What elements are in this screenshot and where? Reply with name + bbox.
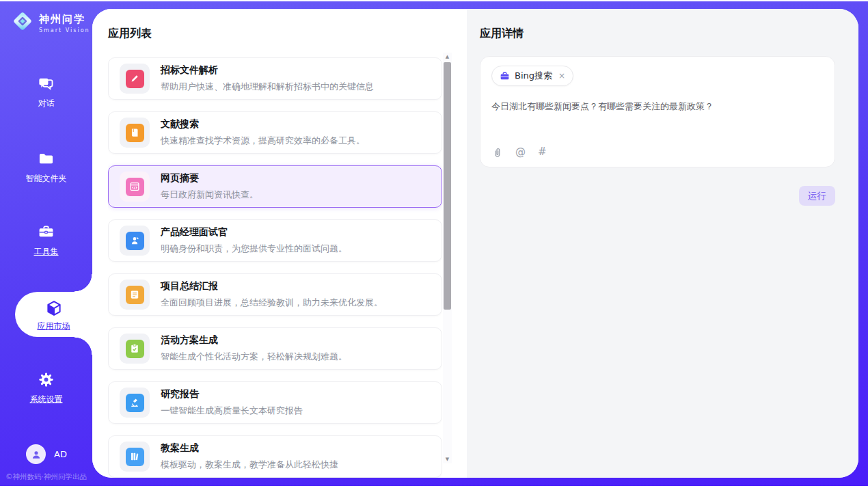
tool-tag-bing-search[interactable]: Bing搜索 × xyxy=(491,66,573,86)
pencil-square-icon xyxy=(126,70,144,88)
app-detail-panel: 应用详情 Bing搜索 × 今日湖北有哪些新闻要点？有哪些需要关注的最新政策？ xyxy=(467,9,858,478)
app-card[interactable]: 网页摘要 每日政府新闻资讯快查。 xyxy=(108,165,442,208)
app-detail-title: 应用详情 xyxy=(480,27,835,40)
attachment-toolbar: @ # xyxy=(491,146,547,158)
app-card[interactable]: 活动方案生成 智能生成个性化活动方案，轻松解决规划难题。 xyxy=(108,327,442,370)
app-list-panel: 应用列表 招标文件解析 帮助用户快速、准确地理解和解析招标书中的关键信息 文献搜… xyxy=(92,9,467,478)
report-note-icon xyxy=(126,286,144,304)
app-description: 每日政府新闻资讯快查。 xyxy=(161,189,258,201)
sidebar-item-label: 应用市场 xyxy=(15,321,92,332)
sidebar: 神州问学 Smart Vision 对话 智能文件夹 xyxy=(0,1,92,486)
app-icon xyxy=(120,64,150,94)
copyright-text: ©神州数码·神州问学出品 xyxy=(0,472,92,482)
app-description: 智能生成个性化活动方案，轻松解决规划难题。 xyxy=(161,351,347,363)
scroll-up-icon[interactable]: ▲ xyxy=(443,53,452,61)
at-icon[interactable]: @ xyxy=(515,147,526,157)
sidebar-item-smart-folder[interactable]: 智能文件夹 xyxy=(0,149,92,185)
sidebar-item-app-market[interactable]: 应用市场 xyxy=(15,292,92,337)
user-name: AD xyxy=(54,449,67,459)
app-card[interactable]: 产品经理面试官 明确身份和职责，为您提供专业性的面试问题。 xyxy=(108,219,442,262)
run-button[interactable]: 运行 xyxy=(799,186,835,206)
app-card[interactable]: 教案生成 模板驱动，教案生成，教学准备从此轻松快捷 xyxy=(108,435,442,478)
brand-name: 神州问学 xyxy=(39,13,85,25)
briefcase-icon xyxy=(500,71,510,81)
app-description: 明确身份和职责，为您提供专业性的面试问题。 xyxy=(161,243,347,255)
app-name: 教案生成 xyxy=(161,442,338,455)
browser-code-icon xyxy=(126,178,144,196)
app-icon xyxy=(120,118,150,148)
app-icon xyxy=(120,280,150,310)
sidebar-item-label: 智能文件夹 xyxy=(0,173,92,185)
app-card[interactable]: 研究报告 一键智能生成高质量长文本研究报告 xyxy=(108,381,442,424)
app-name: 文献搜索 xyxy=(161,118,365,131)
toolbox-icon xyxy=(0,222,92,241)
tool-tag-label: Bing搜索 xyxy=(515,70,552,82)
app-description: 一键智能生成高质量长文本研究报告 xyxy=(161,405,303,417)
sidebar-item-label: 工具集 xyxy=(0,246,92,258)
app-card[interactable]: 项目总结汇报 全面回顾项目进展，总结经验教训，助力未来优化发展。 xyxy=(108,273,442,316)
app-name: 研究报告 xyxy=(161,388,303,401)
query-text[interactable]: 今日湖北有哪些新闻要点？有哪些需要关注的最新政策？ xyxy=(491,100,824,113)
app-icon xyxy=(120,334,150,364)
app-name: 网页摘要 xyxy=(161,172,258,185)
app-card[interactable]: 文献搜索 快速精准查找学术资源，提高研究效率的必备工具。 xyxy=(108,111,442,154)
user-account[interactable]: AD xyxy=(26,444,67,464)
brand-logo: 神州问学 Smart Vision xyxy=(11,10,90,36)
app-name: 招标文件解析 xyxy=(161,64,374,77)
app-icon xyxy=(120,226,150,256)
clipboard-check-icon xyxy=(126,340,144,358)
folder-icon xyxy=(0,149,92,168)
paperclip-icon[interactable] xyxy=(491,146,503,158)
user-avatar-icon xyxy=(26,444,46,464)
app-icon xyxy=(120,388,150,418)
tool-tag-close-icon[interactable]: × xyxy=(558,71,565,81)
hash-icon[interactable]: # xyxy=(538,147,547,157)
app-icon xyxy=(120,442,150,472)
app-name: 产品经理面试官 xyxy=(161,226,347,239)
interviewer-icon xyxy=(126,232,144,250)
sidebar-item-label: 对话 xyxy=(0,98,92,109)
app-card[interactable]: 招标文件解析 帮助用户快速、准确地理解和解析招标书中的关键信息 xyxy=(108,57,442,100)
sidebar-item-label: 系统设置 xyxy=(0,394,92,405)
diamond-logo-icon xyxy=(11,10,34,36)
app-name: 项目总结汇报 xyxy=(161,280,383,293)
prompt-card[interactable]: Bing搜索 × 今日湖北有哪些新闻要点？有哪些需要关注的最新政策？ @ # xyxy=(480,56,835,167)
app-description: 模板驱动，教案生成，教学准备从此轻松快捷 xyxy=(161,459,338,471)
scrollbar-thumb[interactable] xyxy=(444,62,451,310)
brand-subtitle: Smart Vision xyxy=(39,27,90,33)
sidebar-item-chat[interactable]: 对话 xyxy=(0,74,92,109)
app-list: 招标文件解析 帮助用户快速、准确地理解和解析招标书中的关键信息 文献搜索 快速精… xyxy=(108,57,442,478)
sidebar-item-settings[interactable]: 系统设置 xyxy=(0,370,92,405)
app-list-title: 应用列表 xyxy=(108,27,467,40)
app-list-scrollbar[interactable]: ▲ ▼ xyxy=(443,53,452,463)
main-content: 应用列表 招标文件解析 帮助用户快速、准确地理解和解析招标书中的关键信息 文献搜… xyxy=(92,9,858,478)
scroll-down-icon[interactable]: ▼ xyxy=(443,455,452,463)
app-description: 全面回顾项目进展，总结经验教训，助力未来优化发展。 xyxy=(161,297,383,309)
book-icon xyxy=(126,124,144,142)
app-description: 快速精准查找学术资源，提高研究效率的必备工具。 xyxy=(161,135,365,147)
app-name: 活动方案生成 xyxy=(161,334,347,347)
gear-icon xyxy=(0,370,92,389)
cube-icon xyxy=(15,299,92,318)
research-icon xyxy=(126,394,144,412)
chat-icon xyxy=(0,74,92,93)
app-icon xyxy=(120,172,150,202)
books-icon xyxy=(126,448,144,466)
sidebar-item-toolset[interactable]: 工具集 xyxy=(0,222,92,258)
app-description: 帮助用户快速、准确地理解和解析招标书中的关键信息 xyxy=(161,81,374,93)
